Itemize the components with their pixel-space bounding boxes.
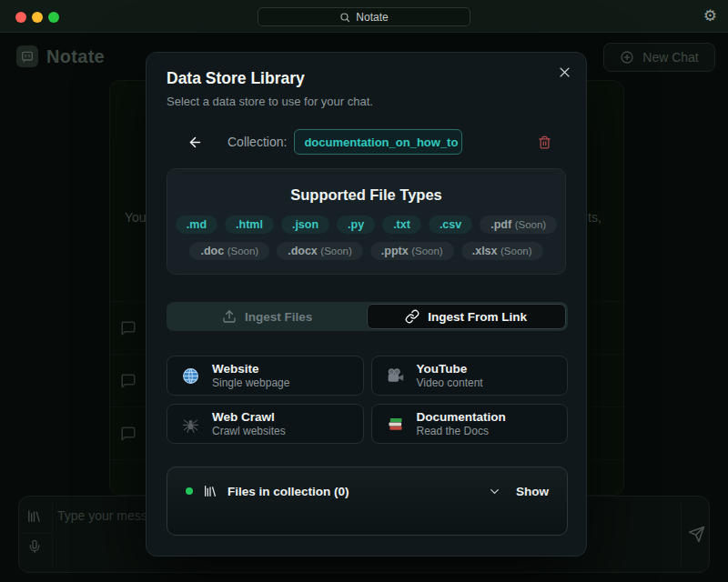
file-type-chips-row-1: .md .html .json .py .txt .csv .pdf (Soon… (167, 216, 565, 234)
new-chat-label: New Chat (642, 50, 698, 65)
microphone-icon[interactable] (27, 539, 42, 554)
divider (23, 533, 52, 534)
send-icon[interactable] (688, 526, 705, 543)
status-dot (186, 487, 193, 495)
app-brand: Notate (16, 45, 105, 67)
movie-camera-icon (386, 366, 405, 386)
divider (52, 502, 53, 567)
titlebar-search[interactable]: Notate (258, 7, 470, 26)
supported-file-types-panel: Supported File Types .md .html .json .py… (167, 168, 566, 275)
files-count-label: Files in collection (0) (228, 485, 349, 498)
file-type-chip-soon: .docx (Soon) (277, 242, 363, 260)
collection-label: Collection: (228, 135, 287, 149)
tab-label: Ingest From Link (428, 310, 527, 324)
plus-circle-icon (620, 50, 634, 65)
spider-icon (181, 415, 200, 434)
empty-state-text-fragment: You (125, 210, 147, 225)
file-types-title: Supported File Types (167, 186, 565, 204)
file-type-chip-soon: .pptx (Soon) (370, 242, 454, 260)
file-type-chip: .html (225, 216, 274, 234)
data-store-library-modal: Data Store Library Select a data store t… (146, 52, 587, 557)
files-in-collection-panel: Files in collection (0) Show (167, 467, 568, 536)
search-value: Notate (356, 11, 388, 24)
traffic-light-zoom[interactable] (48, 12, 59, 23)
file-type-chip: .txt (382, 216, 421, 234)
chat-bubble-icon (120, 426, 136, 442)
source-title: Documentation (417, 410, 506, 425)
collection-name-input[interactable]: documentation_on_how_to (294, 129, 462, 155)
source-title: Web Crawl (212, 410, 286, 425)
file-type-chip-soon: .pdf (Soon) (480, 216, 557, 234)
ingest-tabs: Ingest Files Ingest From Link (167, 302, 568, 331)
chat-bubble-icon (120, 373, 136, 389)
file-type-chip: .json (281, 216, 329, 234)
source-title: YouTube (417, 362, 483, 376)
trash-icon[interactable] (538, 135, 551, 149)
books-icon (386, 415, 405, 434)
source-desc: Read the Docs (417, 425, 506, 437)
tab-label: Ingest Files (245, 310, 312, 324)
modal-title: Data Store Library (167, 69, 305, 88)
back-arrow-icon[interactable] (187, 135, 203, 150)
notate-logo-icon (16, 45, 38, 67)
traffic-light-minimize[interactable] (32, 12, 43, 23)
files-panel-header: Files in collection (0) Show (186, 484, 549, 498)
library-icon[interactable] (26, 508, 42, 524)
source-card-documentation[interactable]: Documentation Read the Docs (371, 404, 569, 444)
show-button[interactable]: Show (516, 485, 549, 498)
search-icon (339, 12, 350, 23)
modal-subtitle: Select a data store to use for your chat… (167, 95, 373, 108)
source-title: Website (212, 362, 289, 376)
link-icon (405, 309, 420, 324)
empty-state-text-fragment: ts, (588, 210, 602, 225)
library-icon (203, 484, 217, 498)
gear-icon[interactable]: ⚙ (703, 8, 717, 25)
ingest-source-grid: Website Single webpage YouTube Video con… (167, 356, 568, 444)
message-input[interactable]: Type your mess (57, 508, 147, 523)
collection-row: Collection: documentation_on_how_to (167, 129, 568, 155)
tab-ingest-files[interactable]: Ingest Files (168, 304, 367, 329)
file-type-chip-soon: .xlsx (Soon) (461, 242, 543, 260)
source-card-youtube[interactable]: YouTube Video content (371, 356, 569, 396)
close-icon[interactable] (558, 65, 571, 79)
divider (681, 503, 682, 567)
chat-bubble-icon (120, 320, 136, 336)
source-card-website[interactable]: Website Single webpage (167, 356, 364, 396)
file-type-chip: .py (337, 216, 375, 234)
file-type-chip-soon: .doc (Soon) (189, 242, 269, 260)
file-type-chip: .md (176, 216, 217, 234)
file-type-chip: .csv (429, 216, 472, 234)
tab-ingest-from-link[interactable]: Ingest From Link (367, 304, 567, 329)
new-chat-button[interactable]: New Chat (603, 43, 715, 72)
file-type-chips-row-2: .doc (Soon) .docx (Soon) .pptx (Soon) .x… (167, 242, 565, 260)
titlebar: Notate ⚙ (0, 0, 728, 33)
app-title: Notate (46, 46, 105, 67)
source-desc: Video content (417, 376, 483, 389)
source-desc: Single webpage (212, 376, 289, 389)
source-card-web-crawl[interactable]: Web Crawl Crawl websites (167, 404, 364, 444)
traffic-light-close[interactable] (15, 12, 26, 23)
globe-icon (181, 366, 200, 386)
upload-icon (222, 309, 237, 324)
source-desc: Crawl websites (212, 425, 286, 437)
chevron-down-icon[interactable] (488, 485, 501, 498)
